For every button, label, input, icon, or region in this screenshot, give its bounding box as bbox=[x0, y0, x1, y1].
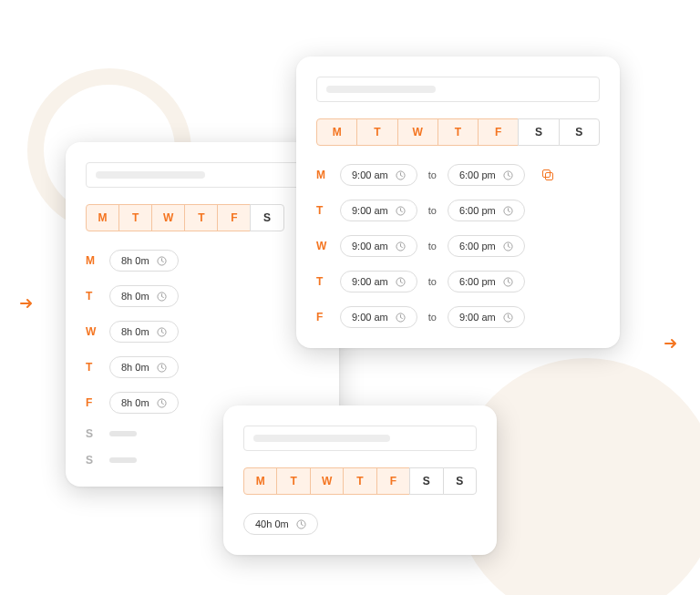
day-label: M bbox=[86, 254, 98, 267]
to-label: to bbox=[428, 241, 437, 251]
end-time-input[interactable]: 6:00 pm bbox=[448, 235, 525, 257]
hours-input[interactable]: 8h 0m bbox=[109, 285, 179, 307]
arrow-right-icon bbox=[664, 337, 677, 350]
time-value: 9:00 am bbox=[352, 169, 388, 180]
day-toggle-t2[interactable]: T bbox=[343, 467, 376, 495]
time-value: 9:00 am bbox=[352, 276, 388, 287]
day-label: T bbox=[316, 204, 329, 217]
time-value: 6:00 pm bbox=[459, 169, 496, 180]
day-toggle-m[interactable]: M bbox=[243, 467, 277, 495]
search-input[interactable] bbox=[86, 162, 319, 188]
end-time-input[interactable]: 6:00 pm bbox=[448, 271, 525, 292]
input-placeholder bbox=[253, 435, 390, 442]
day-toggle-w[interactable]: W bbox=[310, 467, 344, 495]
day-toggle-t[interactable]: T bbox=[356, 118, 397, 146]
time-value: 9:00 am bbox=[352, 312, 388, 323]
hours-input[interactable]: 8h 0m bbox=[109, 250, 179, 272]
hours-value: 8h 0m bbox=[121, 362, 149, 373]
start-time-input[interactable]: 9:00 am bbox=[340, 271, 417, 292]
time-value: 6:00 pm bbox=[459, 276, 496, 287]
day-toggle-s2[interactable]: S bbox=[559, 118, 600, 146]
day-toggle-s[interactable]: S bbox=[250, 204, 283, 231]
range-row: M 9:00 am to 6:00 pm bbox=[316, 164, 600, 186]
input-placeholder bbox=[96, 171, 205, 179]
day-selector: M T W T F S bbox=[86, 204, 284, 231]
search-input[interactable] bbox=[243, 426, 477, 451]
day-toggle-s2[interactable]: S bbox=[443, 467, 477, 495]
day-label: S bbox=[86, 454, 98, 467]
to-label: to bbox=[428, 169, 437, 180]
hours-row: M 8h 0m bbox=[86, 250, 319, 272]
hours-input[interactable]: 8h 0m bbox=[109, 356, 179, 378]
day-toggle-t[interactable]: T bbox=[118, 204, 152, 231]
svg-rect-8 bbox=[542, 170, 550, 178]
clock-icon bbox=[396, 277, 406, 287]
clock-icon bbox=[396, 313, 406, 323]
input-placeholder bbox=[326, 86, 436, 93]
start-time-input[interactable]: 9:00 am bbox=[340, 306, 417, 328]
day-label: T bbox=[86, 290, 98, 303]
start-time-input[interactable]: 9:00 am bbox=[340, 164, 417, 186]
day-toggle-s[interactable]: S bbox=[409, 467, 443, 495]
start-time-input[interactable]: 9:00 am bbox=[340, 200, 417, 221]
hours-value: 8h 0m bbox=[121, 255, 149, 266]
total-hours-card: M T W T F S S 40h 0m bbox=[223, 405, 497, 555]
range-row: T 9:00 am to 6:00 pm bbox=[316, 200, 600, 221]
day-toggle-f[interactable]: F bbox=[376, 467, 410, 495]
day-toggle-f[interactable]: F bbox=[478, 118, 519, 146]
hours-input[interactable]: 8h 0m bbox=[109, 321, 179, 343]
hours-row: T 8h 0m bbox=[86, 285, 319, 307]
time-value: 9:00 am bbox=[459, 312, 496, 323]
day-label: S bbox=[86, 427, 98, 440]
hours-value: 8h 0m bbox=[121, 291, 149, 302]
to-label: to bbox=[428, 312, 437, 323]
search-input[interactable] bbox=[316, 77, 600, 102]
clock-icon bbox=[157, 327, 167, 337]
clock-icon bbox=[396, 241, 406, 251]
time-value: 6:00 pm bbox=[459, 241, 496, 251]
clock-icon bbox=[503, 277, 513, 287]
end-time-input[interactable]: 6:00 pm bbox=[448, 164, 525, 186]
inactive-indicator bbox=[109, 457, 137, 463]
day-toggle-s[interactable]: S bbox=[518, 118, 559, 146]
day-label: F bbox=[316, 311, 329, 323]
hours-row: T 8h 0m bbox=[86, 356, 319, 378]
day-label: F bbox=[86, 396, 98, 409]
day-label: M bbox=[316, 169, 329, 181]
day-toggle-f[interactable]: F bbox=[217, 204, 251, 231]
day-toggle-t2[interactable]: T bbox=[184, 204, 218, 231]
hours-value: 8h 0m bbox=[121, 326, 149, 337]
day-toggle-t2[interactable]: T bbox=[438, 118, 479, 146]
to-label: to bbox=[428, 276, 437, 287]
clock-icon bbox=[157, 398, 167, 408]
copy-icon[interactable] bbox=[540, 167, 556, 183]
time-value: 9:00 am bbox=[352, 241, 388, 251]
time-range-card: M T W T F S S M 9:00 am to 6:00 pm bbox=[296, 56, 620, 348]
day-selector: M T W T F S S bbox=[316, 118, 600, 146]
clock-icon bbox=[157, 292, 167, 302]
end-time-input[interactable]: 9:00 am bbox=[448, 306, 525, 328]
day-selector: M T W T F S S bbox=[243, 467, 477, 495]
day-toggle-w[interactable]: W bbox=[151, 204, 185, 231]
clock-icon bbox=[396, 206, 406, 216]
hours-value: 8h 0m bbox=[121, 397, 149, 408]
clock-icon bbox=[396, 170, 406, 180]
hours-input[interactable]: 8h 0m bbox=[109, 392, 179, 414]
time-value: 6:00 pm bbox=[459, 205, 496, 216]
day-toggle-m[interactable]: M bbox=[86, 204, 119, 231]
total-hours-input[interactable]: 40h 0m bbox=[243, 513, 318, 535]
day-toggle-m[interactable]: M bbox=[316, 118, 357, 146]
range-row: W 9:00 am to 6:00 pm bbox=[316, 235, 600, 257]
clock-icon bbox=[503, 313, 513, 323]
end-time-input[interactable]: 6:00 pm bbox=[448, 200, 525, 221]
day-toggle-t[interactable]: T bbox=[276, 467, 310, 495]
day-toggle-w[interactable]: W bbox=[397, 118, 438, 146]
hours-row: W 8h 0m bbox=[86, 321, 319, 343]
clock-icon bbox=[157, 363, 167, 373]
arrow-right-icon bbox=[20, 297, 33, 310]
day-label: T bbox=[86, 361, 98, 374]
clock-icon bbox=[503, 241, 513, 251]
day-label: T bbox=[316, 275, 329, 288]
start-time-input[interactable]: 9:00 am bbox=[340, 235, 417, 257]
range-row: T 9:00 am to 6:00 pm bbox=[316, 271, 600, 292]
